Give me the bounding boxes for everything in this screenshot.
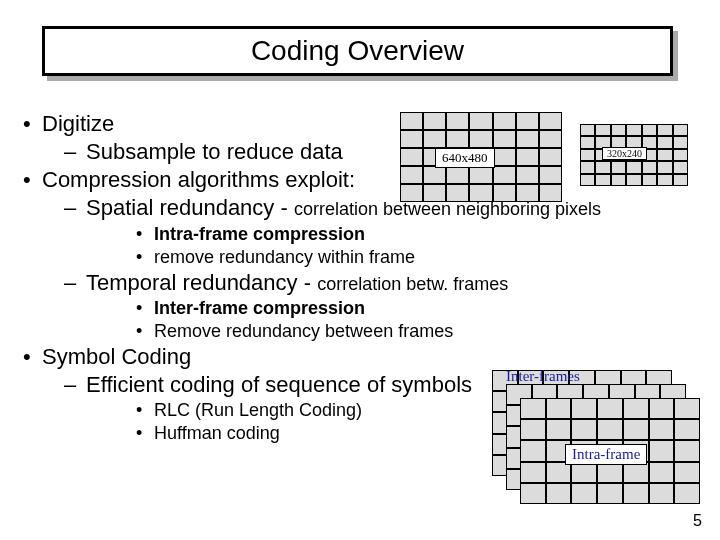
bullet-inter-remove: Remove redundancy between frames	[86, 320, 700, 343]
page-title: Coding Overview	[251, 35, 464, 67]
bullet-compression: Compression algorithms exploit: Spatial …	[20, 166, 700, 343]
bullet-spatial: Spatial redundancy - correlation between…	[42, 194, 700, 268]
text: Intra-frame compression	[154, 224, 365, 244]
text: Digitize	[42, 111, 114, 136]
bullet-symbol: Symbol Coding Efficient coding of sequen…	[20, 343, 700, 445]
bullet-temporal: Temporal redundancy - correlation betw. …	[42, 269, 700, 343]
text: Efficient coding of sequence of symbols	[86, 372, 472, 397]
bullet-rlc: RLC (Run Length Coding)	[86, 399, 700, 422]
bullet-subsample: Subsample to reduce data	[42, 138, 700, 166]
text: correlation betw. frames	[317, 274, 508, 294]
bullet-intra-comp: Intra-frame compression	[86, 223, 700, 246]
text: correlation between neighboring pixels	[294, 199, 601, 219]
label-intraframe: Intra-frame	[565, 444, 647, 465]
page-number: 5	[693, 512, 702, 530]
text: Compression algorithms exploit:	[42, 167, 355, 192]
text: Temporal redundancy	[86, 270, 298, 295]
content: Digitize Subsample to reduce data Compre…	[20, 110, 700, 445]
title-inner: Coding Overview	[45, 29, 670, 73]
bullet-huffman: Huffman coding	[86, 422, 700, 445]
title-box: Coding Overview	[42, 26, 673, 76]
text: Inter-frame compression	[154, 298, 365, 318]
text: Spatial redundancy	[86, 195, 274, 220]
bullet-inter-comp: Inter-frame compression	[86, 297, 700, 320]
bullet-symbol-eff: Efficient coding of sequence of symbols …	[42, 371, 700, 445]
bullet-intra-remove: remove redundancy within frame	[86, 246, 700, 269]
bullet-digitize: Digitize Subsample to reduce data	[20, 110, 700, 166]
text: Symbol Coding	[42, 344, 191, 369]
